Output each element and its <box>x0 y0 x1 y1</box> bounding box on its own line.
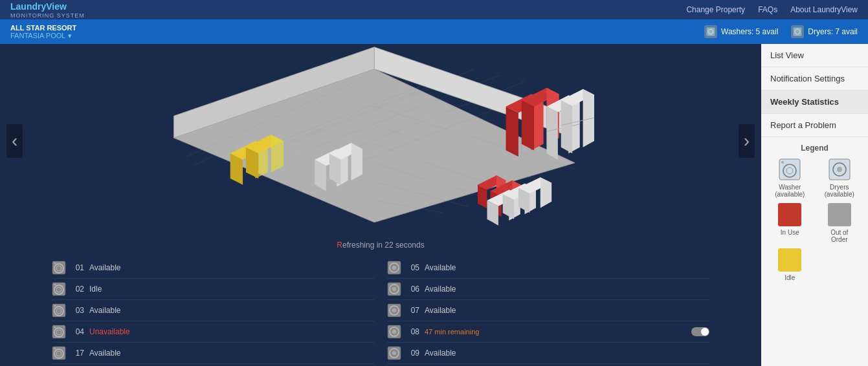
faqs-link[interactable]: FAQs <box>758 5 777 14</box>
machine-row: 08 47 min remaining <box>387 321 709 343</box>
legend-outoforder-box <box>828 203 851 226</box>
machine-status: Available <box>425 263 709 272</box>
change-property-link[interactable]: Change Property <box>686 5 745 14</box>
machine-status: Available <box>89 263 374 272</box>
svg-marker-27 <box>271 135 284 172</box>
svg-point-89 <box>392 266 396 270</box>
logo: LaundryView MONITORING SYSTEM <box>10 1 85 19</box>
legend-label: Washer(available) <box>775 184 805 198</box>
toggle-knob <box>701 328 709 336</box>
svg-point-111 <box>837 167 842 172</box>
machine-number: 03 <box>70 306 84 315</box>
machine-column-left: 01 Available 02 Idle 03 Available <box>52 257 374 366</box>
svg-marker-38 <box>522 100 534 150</box>
sidebar-menu: List View Notification Settings Weekly S… <box>761 44 868 137</box>
machine-row: 03 Available <box>52 300 374 321</box>
dropdown-arrow-icon: ▾ <box>68 32 72 40</box>
machine-number: 09 <box>405 349 419 358</box>
dryer-icon <box>387 325 401 339</box>
legend-label: Out ofOrder <box>830 229 848 243</box>
main-layout: ‹ › <box>0 44 868 366</box>
machine-status: Unavailable <box>89 327 374 336</box>
machine-number: 02 <box>70 285 84 294</box>
report-problem-item[interactable]: Report a Problem <box>761 114 868 137</box>
room-svg <box>0 44 761 238</box>
machine-row: 09 Available <box>387 343 709 364</box>
machine-number: 17 <box>70 349 84 358</box>
property-bar: ALL STAR RESORT FANTASIA POOL ▾ Washers:… <box>0 19 868 44</box>
legend-grid: Washer(available) Dryers(available) <box>768 158 862 281</box>
weekly-statistics-item[interactable]: Weekly Statistics <box>761 91 868 114</box>
svg-point-98 <box>392 330 396 334</box>
machine-status: Available <box>425 349 709 358</box>
svg-marker-62 <box>540 177 551 208</box>
dryer-count: Dryers: 7 avail <box>791 25 858 38</box>
dryer-count-icon <box>791 25 804 38</box>
legend-dryer-available: Dryers(available) <box>818 158 862 198</box>
next-room-button[interactable]: › <box>739 124 755 158</box>
legend-dryer-icon <box>828 158 851 181</box>
svg-point-70 <box>54 284 56 286</box>
legend-out-of-order: Out ofOrder <box>818 203 862 243</box>
machine-number: 04 <box>70 327 84 336</box>
washer-count-icon <box>704 25 717 38</box>
washer-icon <box>52 346 66 360</box>
nav-links: Change Property FAQs About LaundryView <box>686 5 858 14</box>
svg-point-95 <box>392 308 396 312</box>
legend-inuse-box <box>778 203 801 226</box>
machine-row: 17 Available <box>52 343 374 364</box>
svg-point-74 <box>54 305 56 307</box>
notification-settings-item[interactable]: Notification Settings <box>761 67 868 91</box>
toggle-switch[interactable] <box>691 327 709 336</box>
pool-selector[interactable]: FANTASIA POOL ▾ <box>10 32 76 40</box>
machine-status: Available <box>425 285 709 294</box>
legend-label: Idle <box>785 274 795 281</box>
legend-in-use: In Use <box>768 203 812 243</box>
washer-count-label: Washers: 5 avail <box>721 27 778 36</box>
legend-label: In Use <box>781 229 799 236</box>
machine-status: Available <box>89 306 374 315</box>
svg-point-108 <box>781 161 784 164</box>
logo-area: LaundryView MONITORING SYSTEM <box>10 1 85 19</box>
machine-number: 07 <box>405 306 419 315</box>
washer-icon <box>52 282 66 296</box>
svg-point-101 <box>392 351 396 355</box>
list-view-item[interactable]: List View <box>761 44 868 67</box>
refresh-r-letter: R <box>337 241 342 250</box>
machine-row: 02 Idle <box>52 279 374 300</box>
washer-icon <box>52 325 66 339</box>
about-laundryview-link[interactable]: About LaundryView <box>790 5 858 14</box>
svg-point-82 <box>54 348 56 350</box>
machine-counts: Washers: 5 avail Dryers: 7 avail <box>704 25 858 38</box>
resort-name: ALL STAR RESORT <box>10 24 76 32</box>
machine-status: Idle <box>89 285 374 294</box>
svg-marker-51 <box>561 100 572 153</box>
legend-washer-available: Washer(available) <box>768 158 812 198</box>
machine-status: Available <box>89 349 374 358</box>
svg-point-92 <box>392 287 396 291</box>
machine-number: 05 <box>405 263 419 272</box>
machine-number: 06 <box>405 285 419 294</box>
machine-row: 07 Available <box>387 300 709 321</box>
previous-room-button[interactable]: ‹ <box>6 124 23 158</box>
washer-icon <box>52 261 66 275</box>
machine-row: 05 Available <box>387 257 709 279</box>
dryer-icon <box>387 346 401 360</box>
machine-row: 06 Available <box>387 279 709 300</box>
svg-point-66 <box>54 263 56 264</box>
room-visualization: ‹ › <box>0 44 761 238</box>
machine-number: 01 <box>70 263 84 272</box>
dryer-count-label: Dryers: 7 avail <box>808 27 858 36</box>
legend-washer-icon <box>778 158 801 181</box>
washer-count: Washers: 5 avail <box>704 25 778 38</box>
machine-number: 08 <box>405 327 419 336</box>
machine-column-right: 05 Available 06 Available 07 Available <box>387 257 709 366</box>
washer-icon <box>52 303 66 318</box>
svg-marker-47 <box>546 107 557 160</box>
legend-area: Legend Washer(available) <box>761 137 868 288</box>
pool-name: FANTASIA POOL <box>10 32 65 39</box>
refresh-bar: Refreshing in 22 seconds <box>0 238 761 252</box>
svg-marker-33 <box>351 143 362 180</box>
machine-list: 01 Available 02 Idle 03 Available <box>0 252 761 366</box>
machine-status: Available <box>425 306 709 315</box>
